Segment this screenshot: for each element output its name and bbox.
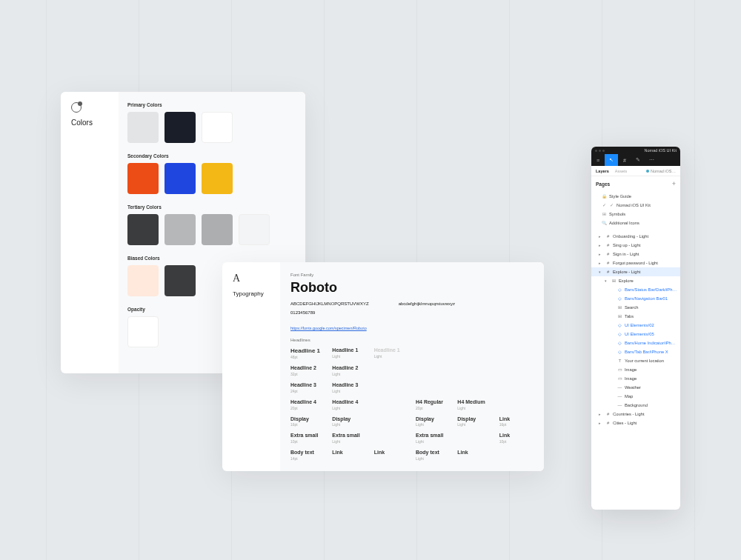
page-item[interactable]: ✓✓Nomad iOS UI Kit xyxy=(591,201,680,210)
typo-sample: Extra small10pt xyxy=(290,432,325,444)
page-item[interactable]: ⊞Symbols xyxy=(591,210,680,219)
expand-icon[interactable]: ▸ xyxy=(599,261,603,265)
layer-item[interactable]: ▭Image xyxy=(591,365,680,374)
layer-item[interactable]: ▸#Sign in - Light xyxy=(591,250,680,259)
color-swatch[interactable] xyxy=(127,163,159,194)
page-item[interactable]: 🔍Additional Icons xyxy=(591,219,680,227)
layer-label: Explore - Light xyxy=(613,270,640,274)
abc-row: ABCDEFGHIJKLMNOPQRSTUVWXYZ abcdefghijklm… xyxy=(290,301,534,306)
layer-label: Cities - Light xyxy=(613,421,637,425)
menu-icon[interactable]: ≡ xyxy=(591,154,605,166)
pages-list: 🔒Style Guide✓✓Nomad iOS UI Kit⊞Symbols🔍A… xyxy=(591,192,680,230)
layer-label: Bars/Tab Bar/iPhone X xyxy=(625,350,668,354)
color-swatch[interactable] xyxy=(127,214,159,245)
layer-item[interactable]: ◇UI Elements/02 xyxy=(591,321,680,330)
color-swatch[interactable] xyxy=(165,163,196,194)
layer-icon: # xyxy=(605,243,611,247)
typo-sample: DisplayLight xyxy=(457,416,491,428)
page-item[interactable]: 🔒Style Guide xyxy=(591,192,680,201)
expand-icon[interactable]: ▸ xyxy=(599,234,603,239)
layer-item[interactable]: —Weather xyxy=(591,383,680,392)
typo-sample: Headline 4Light xyxy=(332,399,366,411)
more-tool-icon[interactable]: ⋯ xyxy=(645,154,658,166)
panel-tabs: Layers Assets Nomad iOS… xyxy=(591,166,680,176)
color-swatch[interactable] xyxy=(165,265,196,296)
layer-item[interactable]: ▾#Explore - Light xyxy=(591,267,680,276)
project-selector[interactable]: Nomad iOS… xyxy=(646,169,676,173)
typo-sample: Extra smallLight xyxy=(332,432,366,444)
layer-item[interactable]: ◇Bars/Tab Bar/iPhone X xyxy=(591,347,680,356)
pages-header: Pages + xyxy=(591,176,680,192)
typo-sample: Link16pt xyxy=(499,416,534,428)
layer-item[interactable]: ▸#Onboarding - Light xyxy=(591,232,680,241)
typo-sample: Display16pt xyxy=(290,416,325,428)
typo-sample xyxy=(374,432,408,444)
layer-item[interactable]: ▭Image xyxy=(591,374,680,383)
layer-label: Background xyxy=(625,403,648,407)
expand-icon[interactable]: ▾ xyxy=(599,270,603,274)
expand-icon[interactable]: ▸ xyxy=(599,412,603,416)
layer-item[interactable]: ◇Bars/Status Bar/Dark/iPh… xyxy=(591,285,680,294)
color-swatch[interactable] xyxy=(165,214,196,245)
layer-item[interactable]: ◇Bars/Navigation Bar01 xyxy=(591,294,680,303)
color-swatch[interactable] xyxy=(202,163,233,194)
layer-icon: ▭ xyxy=(617,367,622,372)
layer-item[interactable]: ▾⊞Explore xyxy=(591,276,680,285)
typography-label: Typography xyxy=(233,290,280,297)
tab-layers[interactable]: Layers xyxy=(596,169,609,173)
tab-assets[interactable]: Assets xyxy=(615,169,628,173)
expand-icon[interactable]: ▸ xyxy=(599,252,603,256)
layers-list: ▸#Onboarding - Light▸#Sing up - Light▸#S… xyxy=(591,230,680,429)
font-name: Roboto xyxy=(290,280,534,296)
color-swatch[interactable] xyxy=(165,112,196,143)
layer-item[interactable]: ▸#Cities - Light xyxy=(591,419,680,427)
color-swatch[interactable] xyxy=(127,112,159,143)
layer-item[interactable]: ◇UI Elements/05 xyxy=(591,330,680,339)
pen-tool-icon[interactable]: ✎ xyxy=(631,154,645,166)
add-page-button[interactable]: + xyxy=(672,181,676,187)
panel-titlebar[interactable]: Nomad iOS UI Kit xyxy=(591,147,680,154)
typo-sample xyxy=(457,347,491,360)
layer-icon: # xyxy=(605,270,611,274)
layer-icon: ◇ xyxy=(617,341,622,345)
section-title: Primary Colors xyxy=(127,102,295,107)
typo-sample: H4 Regular20pt xyxy=(416,399,450,411)
page-icon: 🔒 xyxy=(602,194,606,199)
window-controls[interactable] xyxy=(595,150,605,152)
typography-card: A Typography Font Family Roboto ABCDEFGH… xyxy=(222,262,544,471)
move-tool-icon[interactable]: ↖ xyxy=(605,154,618,166)
expand-icon[interactable]: ▸ xyxy=(599,243,603,247)
page-icon: ✓ xyxy=(609,203,614,207)
layer-label: Sing up - Light xyxy=(613,243,640,247)
typo-sample xyxy=(457,432,491,444)
layer-icon: — xyxy=(617,385,622,390)
layer-item[interactable]: ▸#Sing up - Light xyxy=(591,241,680,250)
typo-sample: Headline 1Light xyxy=(374,347,408,360)
expand-icon[interactable]: ▸ xyxy=(599,421,603,425)
page-label: Nomad iOS UI Kit xyxy=(617,203,651,207)
typo-sample: Headline 232pt xyxy=(290,364,325,377)
color-swatch[interactable] xyxy=(127,316,159,347)
color-swatch[interactable] xyxy=(239,214,270,245)
layer-item[interactable]: ⊞Tabs xyxy=(591,312,680,321)
typo-sample xyxy=(499,381,534,394)
layer-item[interactable]: —Map xyxy=(591,392,680,401)
font-link[interactable]: https://fonts.google.com/specimen/Roboto xyxy=(290,326,367,330)
typo-sample: Headline 324pt xyxy=(290,381,325,394)
color-swatch[interactable] xyxy=(202,112,233,143)
expand-icon[interactable]: ▾ xyxy=(605,279,609,283)
color-section: Tertiary Colors xyxy=(127,204,295,245)
layer-item[interactable]: ▸#Forgot password - Light xyxy=(591,259,680,267)
frame-tool-icon[interactable]: # xyxy=(618,154,631,166)
typo-sample: H4 MediumLight xyxy=(457,399,491,411)
typo-sample xyxy=(499,347,534,360)
layer-item[interactable]: ▸#Countries - Light xyxy=(591,410,680,419)
layer-item[interactable]: ⊞Search xyxy=(591,303,680,312)
layer-item[interactable]: TYour current location xyxy=(591,356,680,365)
typo-sample xyxy=(374,416,408,428)
panel-title: Nomad iOS UI Kit xyxy=(645,148,677,153)
layer-item[interactable]: —Background xyxy=(591,401,680,410)
layer-item[interactable]: ◇Bars/Home Indicator/iPh… xyxy=(591,339,680,347)
color-swatch[interactable] xyxy=(127,265,159,296)
color-swatch[interactable] xyxy=(202,214,233,245)
